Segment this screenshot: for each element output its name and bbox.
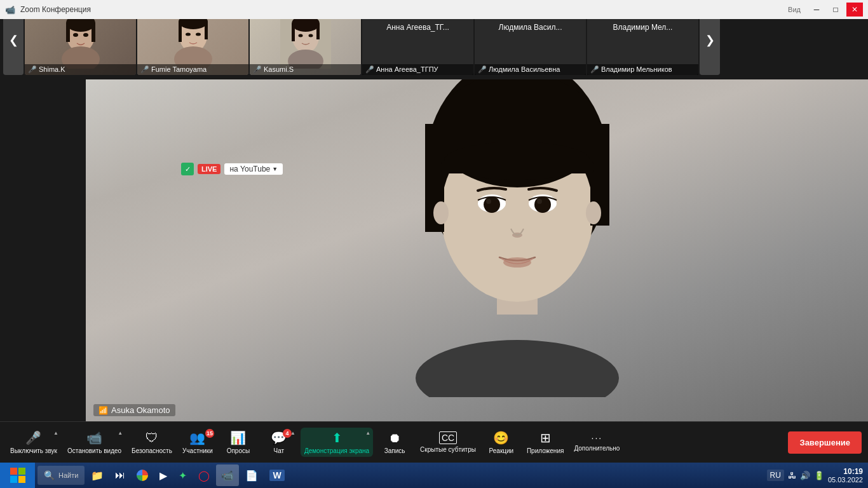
polls-icon: 📊 (230, 430, 246, 445)
app5-icon: ▶ (159, 470, 167, 482)
titlebar-title: Zoom Конференция (20, 5, 91, 14)
close-button[interactable]: ✕ (846, 3, 863, 17)
participant-name-vladimir: 🎤 Владимир Мельников (587, 64, 698, 75)
chat-label: Чат (274, 447, 285, 454)
titlebar-icon: 📹 (5, 5, 15, 15)
mute-caret[interactable]: ▲ (53, 430, 58, 436)
share-label: Демонстрация экрана (304, 447, 369, 454)
toolbar-left-group: ▲ 🎤 Выключить звук ▲ 📹 Остановить видео … (6, 428, 623, 457)
taskbar-app6[interactable]: ✦ (173, 464, 192, 486)
svg-rect-10 (179, 22, 182, 42)
more-button[interactable]: ··· Дополнительно (570, 430, 623, 454)
svg-rect-41 (10, 468, 17, 475)
opera-icon: ◯ (198, 470, 210, 482)
battery-icon: 🔋 (814, 471, 824, 480)
polls-button[interactable]: 📊 Опросы (219, 428, 257, 457)
polls-label: Опросы (227, 447, 250, 454)
taskbar-items: 🔍 Найти 📁 ⏭ ▶ ✦ ◯ 📹 📄 W (35, 464, 762, 486)
start-button[interactable] (0, 463, 35, 488)
mic-icon-fumie: 🎤 (140, 65, 149, 74)
taskbar-explorer[interactable]: 📁 (86, 464, 109, 486)
chat-badge: 4 (283, 429, 292, 438)
taskbar-acrobat[interactable]: 📄 (240, 464, 263, 486)
youtube-button[interactable]: на YouTube ▼ (224, 163, 283, 175)
svg-point-12 (186, 32, 191, 36)
word-icon: W (269, 470, 284, 481)
taskbar-app5[interactable]: ▶ (154, 464, 172, 486)
view-label: Вид (788, 6, 801, 13)
apps-label: Приложения (527, 447, 564, 454)
record-button[interactable]: ⏺ Запись (376, 428, 414, 457)
participants-count: 15 (205, 429, 214, 438)
explorer-icon: 📁 (91, 470, 104, 482)
taskbar-zoom[interactable]: 📹 (216, 464, 239, 486)
live-badge-area: ✓ LIVE на YouTube ▼ (175, 159, 289, 179)
participant-name-shima: 🎤 Shima.K (25, 64, 136, 75)
svg-point-13 (196, 32, 201, 36)
minimize-button[interactable]: ─ (808, 3, 825, 17)
svg-rect-29 (441, 161, 593, 173)
svg-rect-4 (92, 23, 95, 42)
participants-icon: 👥 (189, 430, 205, 445)
windows-taskbar: 🔍 Найти 📁 ⏭ ▶ ✦ ◯ 📹 📄 W RU (0, 463, 868, 488)
video-label: Остановить видео (67, 447, 121, 454)
taskbar-search[interactable]: 🔍 Найти (37, 466, 85, 485)
titlebar-controls: Вид ─ □ ✕ (788, 3, 863, 17)
svg-point-33 (534, 196, 551, 213)
language-indicator[interactable]: RU (767, 470, 784, 481)
more-icon: ··· (592, 433, 603, 443)
svg-point-37 (503, 257, 531, 268)
end-button-wrapper: Завершение (788, 431, 862, 454)
svg-rect-42 (18, 468, 25, 475)
reactions-button[interactable]: 😊 Реакции (482, 428, 520, 457)
apps-icon: ⊞ (540, 430, 551, 445)
zoom-titlebar: 📹 Zoom Конференция Вид ─ □ ✕ (0, 0, 868, 19)
youtube-text-label: на YouTube (229, 165, 270, 173)
svg-point-6 (83, 33, 88, 37)
security-label: Безопасность (132, 447, 172, 454)
mic-icon-anna: 🎤 (365, 65, 374, 74)
svg-rect-18 (292, 24, 295, 41)
security-button[interactable]: 🛡 Безопасность (128, 428, 176, 457)
security-icon: 🛡 (146, 431, 158, 445)
speaker-name-label: 📶 Asuka Okamoto (93, 404, 175, 416)
maximize-button[interactable]: □ (827, 3, 844, 17)
captions-label: Скрытые субтитры (420, 446, 476, 453)
svg-point-39 (586, 201, 601, 224)
zoom-window: 📹 Zoom Конференция Вид ─ □ ✕ ❮ (0, 0, 868, 463)
reactions-label: Реакции (489, 447, 514, 454)
record-label: Запись (384, 447, 405, 454)
captions-button[interactable]: CC Скрытые субтитры (416, 429, 480, 456)
taskbar-chrome[interactable] (132, 464, 153, 486)
chat-button[interactable]: ▲ 💬 4 Чат (260, 428, 298, 457)
share-button[interactable]: ▲ ⬆ Демонстрация экрана (301, 428, 373, 457)
svg-point-21 (308, 34, 313, 37)
svg-rect-44 (18, 476, 25, 483)
volume-icon: 🔊 (800, 471, 810, 480)
taskbar-clock[interactable]: 10:19 05.03.2022 (828, 467, 863, 484)
svg-rect-19 (316, 24, 320, 39)
taskbar-media[interactable]: ⏭ (110, 464, 130, 486)
participants-button[interactable]: ▲ 👥 15 Участники (179, 428, 217, 457)
share-caret[interactable]: ▲ (365, 430, 370, 436)
mute-button[interactable]: ▲ 🎤 Выключить звук (6, 428, 61, 457)
mic-icon-shima: 🎤 (28, 65, 37, 74)
taskbar-opera[interactable]: ◯ (193, 464, 215, 486)
app6-icon: ✦ (179, 470, 187, 482)
video-button[interactable]: ▲ 📹 Остановить видео (64, 428, 125, 457)
taskbar-word[interactable]: W (264, 464, 289, 486)
search-label: Найти (58, 471, 78, 479)
video-caret[interactable]: ▲ (118, 430, 123, 436)
svg-point-32 (484, 196, 500, 213)
acrobat-icon: 📄 (245, 470, 258, 482)
speaker-face (384, 79, 651, 400)
end-button[interactable]: Завершение (788, 431, 862, 454)
toolbar: ▲ 🎤 Выключить звук ▲ 📹 Остановить видео … (0, 421, 868, 463)
apps-button[interactable]: ⊞ Приложения (523, 428, 568, 457)
taskbar-date: 05.03.2022 (828, 476, 863, 484)
media-icon: ⏭ (115, 470, 125, 481)
svg-point-38 (433, 201, 449, 224)
svg-point-20 (298, 34, 302, 37)
search-icon: 🔍 (44, 470, 55, 480)
mic-icon-lyudmila: 🎤 (478, 65, 487, 74)
